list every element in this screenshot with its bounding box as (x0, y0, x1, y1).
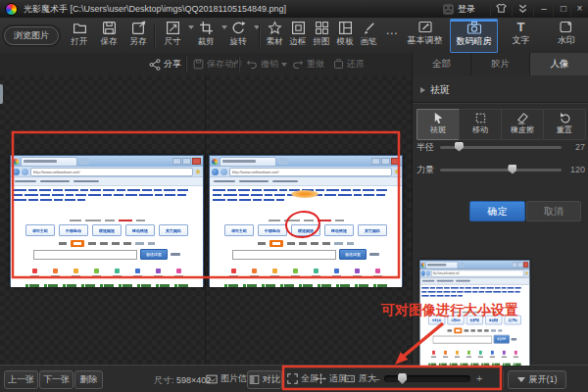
compare-split-line (205, 75, 206, 365)
footer-links-row (11, 284, 203, 287)
zoom-out-button[interactable]: – (373, 373, 379, 383)
mirror-button: 联通网通 (291, 224, 320, 236)
window-title: 光影魔术手 [C:\Users\user\Desktop\imgs\QQ2018… (24, 3, 286, 16)
share-icon (149, 59, 161, 71)
browse-images-button[interactable]: 浏览图片 (4, 26, 59, 45)
minimize-button[interactable]: – (533, 0, 554, 17)
url-text: http://www.onlinedown.net/ (433, 271, 460, 275)
fullscreen-button[interactable]: 全屏 (287, 372, 318, 385)
rotate-button[interactable]: 旋转 (224, 21, 252, 50)
browser-favorites-bar (210, 177, 402, 186)
browser-close-icon (192, 158, 201, 165)
radius-slider-track[interactable] (440, 146, 562, 149)
mode-tab-text[interactable]: T 文字 (498, 19, 544, 51)
collage-icon (315, 21, 329, 35)
material-star-icon (268, 21, 282, 35)
compare-icon (249, 374, 260, 385)
fullscreen-icon (287, 373, 298, 384)
tool-spot-remove[interactable]: 祛斑 (416, 109, 460, 140)
move-icon (474, 112, 487, 124)
image-info-icon (206, 373, 218, 385)
app-logo-icon (5, 3, 18, 16)
titlebar[interactable]: 光影魔术手 [C:\Users\user\Desktop\imgs\QQ2018… (0, 0, 588, 19)
search-row: 极速搜索 (420, 335, 530, 344)
panel-tab-film[interactable]: 胶片 (470, 53, 529, 75)
radius-slider-handle[interactable] (455, 142, 464, 152)
category-icons-row (420, 351, 530, 358)
save-as-button[interactable]: 另存 (124, 21, 152, 50)
mirror-button: 移动铁通 (485, 316, 502, 325)
mode-tab-watermark[interactable]: 水印 (546, 19, 587, 51)
download-hint-line (11, 217, 203, 221)
text-icon: T (498, 20, 544, 34)
save-action-button[interactable]: 保存动作 (193, 53, 242, 75)
restore-icon (333, 59, 344, 70)
next-image-button[interactable]: 下一张 (39, 370, 74, 389)
zoom-slider-handle[interactable] (398, 373, 407, 384)
strength-slider-handle[interactable] (508, 165, 516, 174)
search-box (33, 250, 137, 260)
restore-button[interactable]: 还原 (333, 53, 365, 75)
left-edge-handle[interactable] (0, 84, 3, 104)
open-button[interactable]: 打开 (66, 21, 93, 50)
skin-button[interactable] (490, 0, 511, 17)
forward-icon (22, 169, 28, 175)
download-hint-line (210, 217, 402, 221)
mode-tab-basic-adjust[interactable]: 基本调整 (402, 19, 448, 51)
save-button[interactable]: 保存 (95, 21, 122, 50)
download-mirror-buttons: 华军主站 中国电信 联通网通 移动铁通 其它网络 (420, 316, 530, 325)
strength-slider-track[interactable] (440, 169, 562, 172)
main-toolbar: 浏览图片 打开 保存 另存 尺寸 裁剪 旋转 (0, 18, 588, 54)
compare-button[interactable]: 对比 (247, 370, 282, 389)
share-button[interactable]: 分享 (149, 53, 181, 75)
browser-favorites-bar (420, 277, 530, 284)
mirror-button: 中国电信 (258, 224, 287, 236)
panel-tab-all[interactable]: 全部 (412, 53, 470, 75)
browser-titlebar (210, 156, 402, 167)
fit-screen-button[interactable]: 适屏 (316, 372, 347, 385)
border-icon (291, 21, 306, 35)
tool-move[interactable]: 移动 (459, 109, 502, 140)
browser-window-buttons (172, 158, 201, 165)
actionbar-separator (185, 57, 186, 72)
webpage-content: 华军主站 中国电信 联通网通 移动铁通 其它网络 极速搜索 (420, 285, 530, 366)
delete-image-button[interactable]: 删除 (74, 370, 103, 389)
undo-dropdown-caret (281, 63, 287, 67)
size-preview-thumbnail: http://www.onlinedown.net/ 华军主站 中国电信 联通网… (419, 260, 588, 391)
browser-favorites-bar (11, 177, 203, 186)
cancel-button[interactable]: 取消 (526, 201, 581, 221)
crop-button[interactable]: 裁剪 (192, 21, 220, 50)
section-header[interactable]: 祛斑 (420, 83, 450, 97)
tool-reset[interactable]: 重置 (543, 109, 586, 140)
mode-tab-digital-darkroom[interactable]: 数码暗房 (450, 19, 498, 53)
resize-button[interactable]: 尺寸 (159, 21, 186, 50)
mirror-button: 联通网通 (466, 316, 483, 325)
category-tabs (11, 240, 203, 247)
search-button: 极速搜索 (494, 335, 510, 344)
panel-tab-portrait[interactable]: 人像 (529, 53, 588, 75)
browser-window-buttons (513, 262, 529, 268)
undo-button[interactable]: 撤销 (246, 53, 287, 75)
back-icon (212, 169, 219, 175)
browser-address-bar: http://www.onlinedown.net/ (420, 270, 530, 278)
redo-button[interactable]: 重做 (292, 53, 324, 75)
redo-icon (292, 59, 304, 70)
close-button[interactable]: × (570, 0, 588, 17)
confirm-button[interactable]: 确定 (469, 201, 525, 221)
active-category-tab (454, 328, 462, 334)
image-before: http://www.onlinedown.net/ 华军主站 中国电信 联通网… (10, 155, 204, 286)
tool-eraser[interactable]: 橡皮擦 (501, 109, 544, 140)
updates-button[interactable] (512, 0, 532, 17)
crop-icon (199, 21, 214, 35)
open-icon (73, 21, 87, 35)
browser-titlebar (420, 261, 530, 270)
search-box (232, 250, 336, 260)
login-button[interactable]: 登录 (443, 0, 475, 18)
original-size-button[interactable]: 原大 (344, 372, 376, 385)
forward-icon (220, 169, 227, 175)
toolbar-separator (259, 24, 260, 47)
prev-image-button[interactable]: 上一张 (4, 370, 38, 389)
orange-logo-smudge (291, 190, 318, 198)
original-size-icon (344, 373, 356, 384)
category-icons-row (11, 269, 203, 277)
